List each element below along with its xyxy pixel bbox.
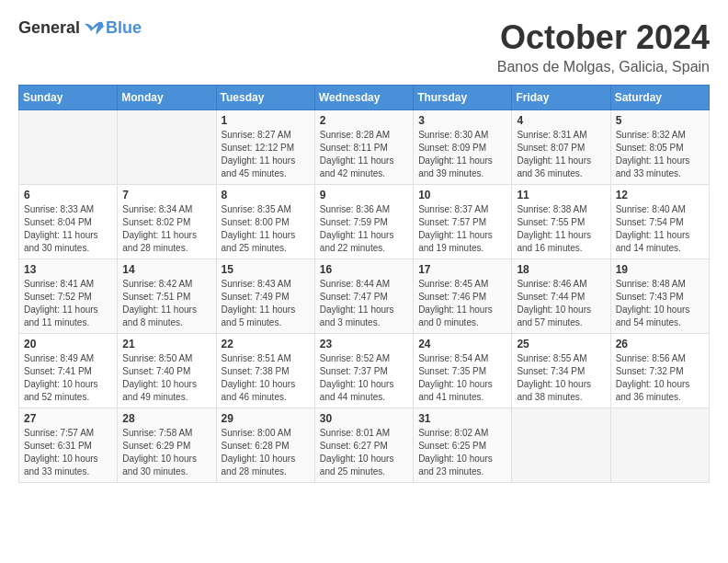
day-number: 8 xyxy=(222,189,310,201)
weekday-header: Friday xyxy=(512,86,610,110)
day-number: 6 xyxy=(24,189,112,201)
calendar-table: SundayMondayTuesdayWednesdayThursdayFrid… xyxy=(18,85,710,483)
day-number: 1 xyxy=(222,114,310,127)
day-info: Sunrise: 8:40 AMSunset: 7:54 PMDaylight:… xyxy=(616,203,704,255)
day-number: 20 xyxy=(24,338,112,350)
day-info: Sunrise: 8:51 AMSunset: 7:38 PMDaylight:… xyxy=(222,352,310,404)
day-number: 13 xyxy=(24,263,112,276)
day-number: 28 xyxy=(122,412,210,425)
day-number: 18 xyxy=(517,263,605,276)
logo-blue-text: Blue xyxy=(106,18,142,38)
calendar-cell: 23Sunrise: 8:52 AMSunset: 7:37 PMDayligh… xyxy=(314,334,413,408)
title-section: October 2024 Banos de Molgas, Galicia, S… xyxy=(497,18,710,75)
day-info: Sunrise: 8:43 AMSunset: 7:49 PMDaylight:… xyxy=(222,278,310,329)
calendar-cell: 2Sunrise: 8:28 AMSunset: 8:11 PMDaylight… xyxy=(314,110,413,185)
calendar-cell: 24Sunrise: 8:54 AMSunset: 7:35 PMDayligh… xyxy=(414,334,512,408)
calendar-week-row: 27Sunrise: 7:57 AMSunset: 6:31 PMDayligh… xyxy=(19,408,710,483)
calendar-cell xyxy=(512,408,610,483)
weekday-header: Sunday xyxy=(19,86,118,110)
day-info: Sunrise: 8:32 AMSunset: 8:05 PMDaylight:… xyxy=(616,129,704,180)
day-info: Sunrise: 8:34 AMSunset: 8:02 PMDaylight:… xyxy=(122,203,210,255)
weekday-header: Thursday xyxy=(414,86,512,110)
calendar-cell: 6Sunrise: 8:33 AMSunset: 8:04 PMDaylight… xyxy=(19,185,118,259)
calendar-cell: 27Sunrise: 7:57 AMSunset: 6:31 PMDayligh… xyxy=(19,408,118,483)
calendar-cell: 21Sunrise: 8:50 AMSunset: 7:40 PMDayligh… xyxy=(118,334,216,408)
calendar-cell: 30Sunrise: 8:01 AMSunset: 6:27 PMDayligh… xyxy=(314,408,413,483)
day-number: 2 xyxy=(320,114,408,127)
day-info: Sunrise: 8:28 AMSunset: 8:11 PMDaylight:… xyxy=(320,129,408,180)
day-number: 17 xyxy=(418,263,506,276)
day-info: Sunrise: 8:38 AMSunset: 7:55 PMDaylight:… xyxy=(517,203,605,255)
calendar-cell: 22Sunrise: 8:51 AMSunset: 7:38 PMDayligh… xyxy=(216,334,314,408)
day-number: 5 xyxy=(616,114,704,127)
calendar-cell: 11Sunrise: 8:38 AMSunset: 7:55 PMDayligh… xyxy=(512,185,610,259)
day-info: Sunrise: 8:50 AMSunset: 7:40 PMDaylight:… xyxy=(122,352,210,404)
day-number: 31 xyxy=(418,412,506,425)
calendar-cell: 10Sunrise: 8:37 AMSunset: 7:57 PMDayligh… xyxy=(414,185,512,259)
day-number: 4 xyxy=(517,114,605,127)
day-info: Sunrise: 8:31 AMSunset: 8:07 PMDaylight:… xyxy=(517,129,605,180)
calendar-cell: 9Sunrise: 8:36 AMSunset: 7:59 PMDaylight… xyxy=(314,185,413,259)
calendar-cell: 5Sunrise: 8:32 AMSunset: 8:05 PMDaylight… xyxy=(610,110,709,185)
calendar-week-row: 6Sunrise: 8:33 AMSunset: 8:04 PMDaylight… xyxy=(19,185,710,259)
day-info: Sunrise: 7:58 AMSunset: 6:29 PMDaylight:… xyxy=(122,427,210,478)
day-number: 23 xyxy=(320,338,408,350)
weekday-header: Wednesday xyxy=(314,86,413,110)
day-number: 16 xyxy=(320,263,408,276)
day-info: Sunrise: 8:45 AMSunset: 7:46 PMDaylight:… xyxy=(418,278,506,329)
calendar-week-row: 13Sunrise: 8:41 AMSunset: 7:52 PMDayligh… xyxy=(19,259,710,334)
day-number: 10 xyxy=(418,189,506,201)
day-info: Sunrise: 8:46 AMSunset: 7:44 PMDaylight:… xyxy=(517,278,605,329)
calendar-cell: 14Sunrise: 8:42 AMSunset: 7:51 PMDayligh… xyxy=(118,259,216,334)
day-info: Sunrise: 8:30 AMSunset: 8:09 PMDaylight:… xyxy=(418,129,506,180)
weekday-header: Monday xyxy=(118,86,216,110)
calendar-week-row: 20Sunrise: 8:49 AMSunset: 7:41 PMDayligh… xyxy=(19,334,710,408)
logo: General Blue xyxy=(18,18,142,38)
day-info: Sunrise: 8:52 AMSunset: 7:37 PMDaylight:… xyxy=(320,352,408,404)
calendar-cell: 4Sunrise: 8:31 AMSunset: 8:07 PMDaylight… xyxy=(512,110,610,185)
calendar-cell: 20Sunrise: 8:49 AMSunset: 7:41 PMDayligh… xyxy=(19,334,118,408)
calendar-cell xyxy=(610,408,709,483)
day-info: Sunrise: 8:44 AMSunset: 7:47 PMDaylight:… xyxy=(320,278,408,329)
calendar-cell: 7Sunrise: 8:34 AMSunset: 8:02 PMDaylight… xyxy=(118,185,216,259)
calendar-cell xyxy=(118,110,216,185)
calendar-cell: 18Sunrise: 8:46 AMSunset: 7:44 PMDayligh… xyxy=(512,259,610,334)
calendar-cell: 25Sunrise: 8:55 AMSunset: 7:34 PMDayligh… xyxy=(512,334,610,408)
day-info: Sunrise: 8:49 AMSunset: 7:41 PMDaylight:… xyxy=(24,352,112,404)
day-number: 24 xyxy=(418,338,506,350)
calendar-cell: 1Sunrise: 8:27 AMSunset: 12:12 PMDayligh… xyxy=(216,110,314,185)
day-info: Sunrise: 8:36 AMSunset: 7:59 PMDaylight:… xyxy=(320,203,408,255)
day-number: 14 xyxy=(122,263,210,276)
day-number: 3 xyxy=(418,114,506,127)
day-info: Sunrise: 8:42 AMSunset: 7:51 PMDaylight:… xyxy=(122,278,210,329)
calendar-cell: 16Sunrise: 8:44 AMSunset: 7:47 PMDayligh… xyxy=(314,259,413,334)
calendar-cell: 26Sunrise: 8:56 AMSunset: 7:32 PMDayligh… xyxy=(610,334,709,408)
day-number: 19 xyxy=(616,263,704,276)
calendar-cell: 31Sunrise: 8:02 AMSunset: 6:25 PMDayligh… xyxy=(414,408,512,483)
calendar-cell: 8Sunrise: 8:35 AMSunset: 8:00 PMDaylight… xyxy=(216,185,314,259)
day-info: Sunrise: 8:56 AMSunset: 7:32 PMDaylight:… xyxy=(616,352,704,404)
day-number: 30 xyxy=(320,412,408,425)
calendar-cell: 3Sunrise: 8:30 AMSunset: 8:09 PMDaylight… xyxy=(414,110,512,185)
day-info: Sunrise: 8:00 AMSunset: 6:28 PMDaylight:… xyxy=(222,427,310,478)
calendar-cell xyxy=(19,110,118,185)
calendar-cell: 28Sunrise: 7:58 AMSunset: 6:29 PMDayligh… xyxy=(118,408,216,483)
day-info: Sunrise: 8:55 AMSunset: 7:34 PMDaylight:… xyxy=(517,352,605,404)
day-info: Sunrise: 8:54 AMSunset: 7:35 PMDaylight:… xyxy=(418,352,506,404)
logo-general-text: General xyxy=(18,18,80,38)
day-number: 22 xyxy=(222,338,310,350)
day-number: 27 xyxy=(24,412,112,425)
day-number: 12 xyxy=(616,189,704,201)
day-info: Sunrise: 7:57 AMSunset: 6:31 PMDaylight:… xyxy=(24,427,112,478)
day-number: 7 xyxy=(122,189,210,201)
logo-bird-icon xyxy=(84,20,106,37)
calendar-header-row: SundayMondayTuesdayWednesdayThursdayFrid… xyxy=(19,86,710,110)
calendar-week-row: 1Sunrise: 8:27 AMSunset: 12:12 PMDayligh… xyxy=(19,110,710,185)
day-info: Sunrise: 8:35 AMSunset: 8:00 PMDaylight:… xyxy=(222,203,310,255)
day-info: Sunrise: 8:48 AMSunset: 7:43 PMDaylight:… xyxy=(616,278,704,329)
day-number: 29 xyxy=(222,412,310,425)
day-info: Sunrise: 8:33 AMSunset: 8:04 PMDaylight:… xyxy=(24,203,112,255)
calendar-cell: 12Sunrise: 8:40 AMSunset: 7:54 PMDayligh… xyxy=(610,185,709,259)
calendar-cell: 17Sunrise: 8:45 AMSunset: 7:46 PMDayligh… xyxy=(414,259,512,334)
day-number: 15 xyxy=(222,263,310,276)
